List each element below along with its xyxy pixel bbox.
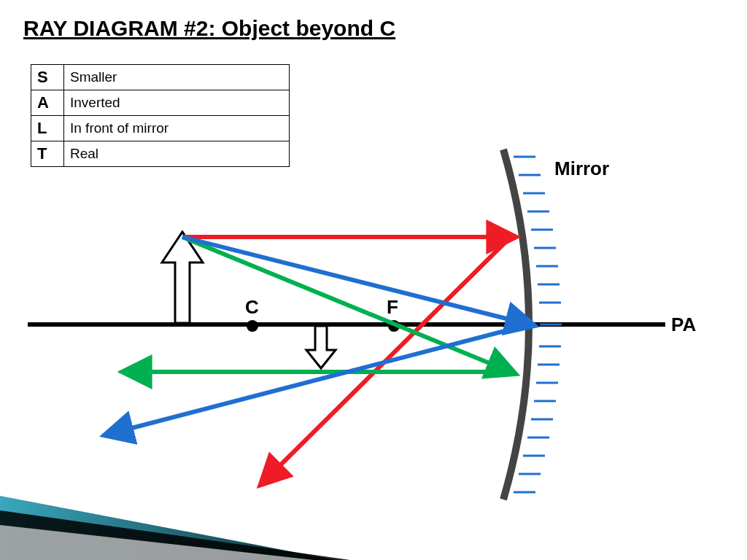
label-f: F xyxy=(387,296,398,318)
svg-line-24 xyxy=(182,237,511,372)
ray-diagram: C F xyxy=(0,0,747,560)
object-arrow xyxy=(162,232,203,323)
svg-line-26 xyxy=(182,237,530,324)
point-c xyxy=(247,320,258,332)
corner-accent xyxy=(0,496,350,560)
label-c: C xyxy=(245,296,259,318)
ray-red xyxy=(182,237,511,481)
image-arrow xyxy=(306,326,336,368)
svg-line-23 xyxy=(264,237,511,481)
